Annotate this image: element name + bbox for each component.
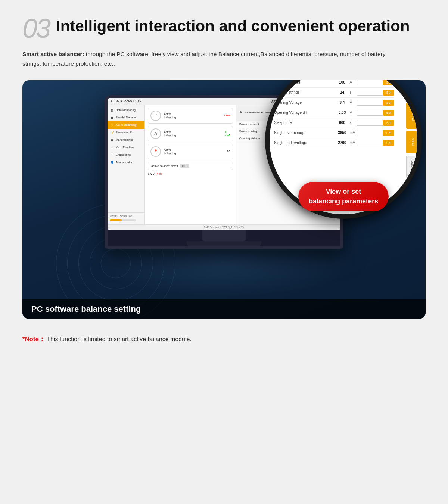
- mag-row-unit-3: V: [349, 100, 357, 105]
- sidebar-items: ▦ Data Monitoring ☰ Parallel Manage ⚡ Ac…: [108, 106, 144, 212]
- sidebar-item-active-balancing[interactable]: ⚡ Active Balancing: [108, 121, 144, 129]
- param-label-3: Opening Voltage: [239, 137, 260, 140]
- magnifier-handle: [363, 212, 401, 219]
- mag-row-value-2: 14: [335, 90, 349, 94]
- sidebar-item-engineering[interactable]: ⋯ Engineering: [108, 151, 144, 159]
- mag-row-value-4: 0.03: [335, 111, 349, 115]
- sidebar-item-data-monitoring[interactable]: ▦ Data Monitoring: [108, 106, 144, 114]
- mag-row-unit-5: s: [349, 121, 357, 125]
- parallel-manage-icon: ☰: [110, 115, 114, 120]
- mag-row-input-7[interactable]: [357, 140, 383, 146]
- note-text-content: This function is limited to smart active…: [45, 336, 192, 342]
- balance-value-2: 0mA: [225, 130, 230, 137]
- mag-row-value-6: 3650: [335, 131, 349, 135]
- header-section: 03 Intelligent interaction and convenien…: [22, 15, 426, 42]
- balance-icon-1: ⇌: [150, 111, 161, 121]
- sw-v-section: SW V: Note: [148, 172, 233, 175]
- description-bold: Smart active balancer:: [22, 51, 84, 57]
- mag-row-1: Balance current 100 A Set: [274, 80, 394, 88]
- comm-label: Comm：Serial Port: [110, 214, 142, 218]
- section-title: Intelligent interaction and convenient o…: [56, 17, 410, 35]
- sidebar-wrapper: ▦ Data Monitoring ☰ Parallel Manage ⚡ Ac…: [108, 106, 144, 223]
- app-title: BMS Tool-V1.13.9: [115, 99, 141, 103]
- mag-row-unit-4: V: [349, 111, 357, 115]
- balance-card-3: 📍 Activebalancing 00: [148, 144, 233, 159]
- sidebar-item-administrator[interactable]: 👤 Administrator: [108, 159, 144, 166]
- param-label-2: Balance strings: [239, 130, 258, 133]
- description: Smart active balancer: through the PC so…: [22, 49, 396, 69]
- mag-row-input-3[interactable]: [357, 100, 383, 106]
- bms-footer: BMS Version：SW1.0_1102KMSV: [108, 224, 340, 230]
- param-label-1: Balance current: [239, 122, 259, 126]
- mag-row-7: Single undervoltage 2700 mV Set: [274, 138, 394, 148]
- balance-icon-3: 📍: [150, 146, 161, 157]
- mag-row-input-5[interactable]: [357, 120, 383, 126]
- note-section: *Note： This function is limited to smart…: [22, 334, 426, 345]
- mag-row-set-btn-4[interactable]: Set: [383, 110, 394, 116]
- sidebar-item-manufacturing[interactable]: ⚙ Manufacturing: [108, 136, 144, 144]
- monitor-container: 🖥 BMS Tool-V1.13.9 动力保护板 Refresh Comm Se…: [37, 95, 411, 249]
- mag-row-label-7: Single undervoltage: [274, 141, 335, 145]
- mag-row-label-1: Balance current: [274, 80, 335, 84]
- mag-row-set-btn-1[interactable]: Set: [383, 80, 394, 85]
- mag-row-set-btn-6[interactable]: Set: [383, 130, 394, 136]
- mag-row-set-btn-3[interactable]: Set: [383, 100, 394, 106]
- balance-value-3: 00: [227, 150, 230, 153]
- note-text: Note: [157, 172, 162, 175]
- monitor-base: [187, 241, 261, 246]
- active-balance-bottom: Active balance: on/off OFF: [148, 162, 233, 170]
- engineering-label: Engineering: [116, 153, 131, 156]
- balance-label-2: Activebalancing: [164, 130, 223, 137]
- magnifier-wrapper: ⚙ balance parameter reading/setting Bala…: [265, 80, 422, 219]
- mag-row-input-2[interactable]: [357, 90, 383, 96]
- parallel-manage-label: Parallel Manage: [116, 116, 136, 119]
- mag-row-input-4[interactable]: [357, 110, 383, 116]
- tooltip-bubble: View or set balancing parameters: [298, 182, 389, 211]
- load-file-mag-button[interactable]: Load File: [406, 156, 417, 178]
- parameter-rw-icon: 📝: [110, 130, 114, 135]
- mag-row-input-1[interactable]: [357, 80, 383, 85]
- mag-row-input-6[interactable]: [357, 130, 383, 136]
- sidebar-bottom: Comm：Serial Port: [108, 212, 144, 223]
- off-badge[interactable]: OFF: [180, 164, 189, 168]
- tooltip-line2: balancing parameters: [309, 197, 378, 205]
- mag-row-label-4: Opening Voltage diff: [274, 111, 335, 115]
- mag-row-set-btn-7[interactable]: Set: [383, 140, 394, 146]
- data-monitoring-label: Data Monitoring: [116, 108, 136, 112]
- sidebar-item-parameter-rw[interactable]: 📝 Parameter RW: [108, 129, 144, 136]
- mag-row-2: Balance strings 14 s Set: [274, 88, 394, 98]
- mag-row-3: Opening Voltage 3.4 V Set: [274, 98, 394, 108]
- mag-row-set-btn-5[interactable]: Set: [383, 120, 394, 126]
- sw-v-label: SW V:: [148, 172, 155, 175]
- set-all-mag-button[interactable]: Set All: [406, 131, 417, 153]
- mag-row-set-btn-2[interactable]: Set: [383, 90, 394, 96]
- title-icon: 🖥: [110, 99, 113, 103]
- progress-bar-fill: [110, 219, 122, 221]
- mag-row-4: Opening Voltage diff 0.03 V Set: [274, 108, 394, 118]
- balance-label-3: Activebalancing: [164, 148, 224, 155]
- read-all-mag-button[interactable]: Read All: [406, 103, 417, 129]
- balance-icon-2: A: [150, 128, 161, 139]
- balance-card-1: ⇌ Activebalancing OFF: [148, 108, 233, 124]
- mag-row-unit-7: mV: [349, 141, 357, 145]
- administrator-label: Administrator: [116, 161, 132, 164]
- active-balance-onoff-label: Active balance: on/off: [151, 164, 178, 168]
- mag-row-label-3: Opening Voltage: [274, 100, 335, 105]
- mag-row-5: Sleep time 600 s Set: [274, 118, 394, 128]
- param-header-icon: ⚙: [239, 111, 242, 114]
- data-monitoring-icon: ▦: [110, 108, 114, 112]
- bms-version-label: BMS Version：SW1.0_1102KMSV: [204, 225, 244, 229]
- mag-row-unit-1: A: [349, 80, 357, 84]
- mag-row-value-5: 600: [335, 121, 349, 125]
- mag-row-label-6: Single over-charge: [274, 131, 335, 135]
- sidebar-item-more-function[interactable]: ⋯ More Function: [108, 144, 144, 151]
- manufacturing-label: Manufacturing: [116, 138, 134, 141]
- active-balancing-label: Active Balancing: [116, 123, 136, 127]
- sidebar-item-parallel-manage[interactable]: ☰ Parallel Manage: [108, 114, 144, 121]
- mag-row-label-2: Balance strings: [274, 90, 335, 94]
- more-function-icon: ⋯: [110, 145, 114, 150]
- balance-card-2: A Activebalancing 0mA: [148, 126, 233, 141]
- tooltip-line1: View or set: [326, 188, 361, 195]
- main-panel: 🖥 BMS Tool-V1.13.9 动力保护板 Refresh Comm Se…: [22, 80, 426, 319]
- mag-row-value-3: 3.4: [335, 100, 349, 105]
